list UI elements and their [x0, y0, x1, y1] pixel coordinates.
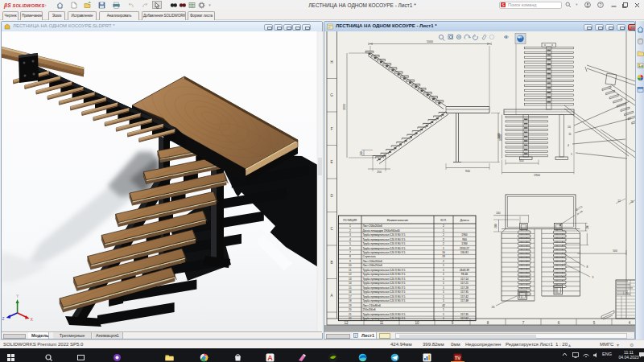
svg-text:17: 17	[349, 295, 352, 298]
svg-text:Труба прямоугольная 120 X 80 X: Труба прямоугольная 120 X 80 X 5	[363, 273, 406, 276]
svg-text:280: 280	[494, 224, 497, 228]
svg-text:12: 12	[349, 273, 352, 276]
svg-text:1: 1	[443, 247, 444, 250]
svg-text:Труба прямоугольная 120 X 80 X: Труба прямоугольная 120 X 80 X 5	[363, 233, 406, 237]
svg-text:Труба прямоугольная 120 X 80 X: Труба прямоугольная 120 X 80 X 5	[363, 282, 406, 285]
svg-text:КОЛ.: КОЛ.	[440, 219, 447, 222]
svg-text:10: 10	[415, 321, 419, 325]
svg-text:2: 2	[349, 229, 351, 232]
svg-text:ПОЗИЦИЯ: ПОЗИЦИЯ	[343, 219, 357, 222]
svg-text:500: 500	[613, 249, 617, 253]
svg-text:Лист 200х250х6: Лист 200х250х6	[363, 264, 382, 267]
svg-text:20: 20	[349, 308, 352, 311]
svg-text:1: 1	[443, 264, 444, 267]
svg-text:3000: 3000	[343, 104, 346, 110]
svg-text:98.46: 98.46	[461, 273, 468, 276]
svg-text:117.35: 117.35	[460, 313, 469, 316]
svg-text:Z: Z	[2, 316, 5, 321]
svg-text:2353.27: 2353.27	[460, 247, 469, 250]
svg-text:1334: 1334	[461, 242, 468, 245]
svg-text:G: G	[330, 93, 333, 97]
svg-text:130.81: 130.81	[460, 251, 469, 254]
svg-text:250х200х6: 250х200х6	[363, 308, 376, 311]
svg-text:650: 650	[519, 159, 524, 162]
svg-text:1: 1	[443, 317, 444, 320]
svg-text:6: 6	[349, 247, 351, 250]
svg-text:1900: 1900	[534, 174, 540, 177]
svg-text:1: 1	[443, 273, 444, 276]
svg-text:Труба прямоугольная 120 X 80 X: Труба прямоугольная 120 X 80 X 5	[363, 313, 406, 316]
svg-text:Труба прямоугольная 120 X 80 X: Труба прямоугольная 120 X 80 X 5	[363, 238, 406, 241]
svg-text:Труба прямоугольная 120 X 80 X: Труба прямоугольная 120 X 80 X 5	[363, 247, 406, 250]
svg-text:117.62: 117.62	[460, 317, 469, 320]
svg-text:Лист 200х200х6: Лист 200х200х6	[363, 224, 382, 228]
svg-text:9: 9	[349, 260, 351, 263]
svg-text:1: 1	[443, 313, 444, 316]
svg-text:1: 1	[443, 295, 444, 298]
svg-text:250: 250	[377, 171, 382, 174]
svg-text:Лист 210х80х6: Лист 210х80х6	[363, 304, 382, 307]
svg-text:11: 11	[380, 321, 384, 325]
svg-text:117.48: 117.48	[460, 299, 469, 302]
svg-text:10: 10	[442, 251, 445, 254]
svg-text:22: 22	[349, 317, 352, 320]
svg-text:117.14: 117.14	[460, 278, 469, 281]
svg-text:15: 15	[349, 286, 352, 290]
svg-text:Труба прямоугольная 120 X 80 X: Труба прямоугольная 120 X 80 X 5	[363, 251, 406, 254]
svg-text:Труба прямоугольная 120 X 80 X: Труба прямоугольная 120 X 80 X 5	[363, 269, 406, 272]
svg-text:940: 940	[462, 238, 467, 241]
svg-text:A: A	[267, 354, 273, 362]
svg-text:280: 280	[586, 225, 589, 229]
svg-text:E: E	[330, 160, 332, 164]
svg-text:Длина: Длина	[460, 219, 469, 222]
svg-text:Труба прямоугольная 120 X 80 X: Труба прямоугольная 120 X 80 X 5	[363, 299, 406, 302]
svg-text:B: B	[330, 261, 332, 265]
svg-text:Лист 200х200х6: Лист 200х200х6	[363, 260, 382, 263]
svg-text:19: 19	[349, 304, 352, 307]
svg-text:A: A	[330, 294, 332, 298]
svg-text:4: 4	[568, 144, 569, 147]
svg-text:1: 1	[349, 224, 351, 228]
svg-text:19: 19	[442, 255, 445, 258]
svg-text:11: 11	[568, 133, 572, 136]
svg-text:9: 9	[592, 276, 594, 279]
svg-text:11: 11	[349, 269, 352, 272]
svg-text:1: 1	[443, 269, 444, 272]
svg-text:Труба прямоугольная 120 X 80 X: Труба прямоугольная 120 X 80 X 5	[363, 242, 406, 245]
svg-text:Труба прямоугольная 120 X 80 X: Труба прямоугольная 120 X 80 X 5	[363, 290, 406, 294]
svg-text:26: 26	[492, 306, 495, 309]
svg-text:5000: 5000	[427, 40, 433, 43]
svg-text:18: 18	[349, 299, 352, 302]
svg-text:26: 26	[630, 200, 634, 204]
svg-text:Ступенька: Ступенька	[363, 255, 376, 258]
svg-text:Наименование: Наименование	[387, 219, 408, 222]
svg-text:8: 8	[349, 255, 351, 258]
svg-text:2: 2	[443, 242, 444, 245]
svg-text:12: 12	[344, 321, 349, 325]
svg-text:H: H	[330, 60, 332, 64]
svg-text:Труба прямоугольная 120 X 80 X: Труба прямоугольная 120 X 80 X 5	[363, 317, 406, 320]
svg-text:10: 10	[349, 264, 352, 267]
svg-text:117.42: 117.42	[460, 295, 469, 298]
svg-text:1: 1	[443, 299, 444, 302]
svg-text:Труба прямоугольная 120 X 80 X: Труба прямоугольная 120 X 80 X 5	[363, 286, 406, 290]
svg-text:940: 940	[465, 170, 470, 173]
svg-text:240: 240	[496, 212, 501, 215]
svg-text:13: 13	[349, 278, 352, 281]
svg-text:14: 14	[349, 282, 352, 285]
svg-text:8: 8	[587, 265, 588, 269]
svg-text:Доска площадки 1900х940х40: Доска площадки 1900х940х40	[363, 229, 400, 232]
svg-text:1: 1	[571, 153, 572, 156]
svg-text:117.28: 117.28	[460, 286, 469, 290]
svg-text:21: 21	[349, 313, 352, 316]
svg-text:?: ?	[600, 2, 602, 7]
svg-text:2: 2	[443, 238, 444, 241]
svg-text:150: 150	[360, 151, 363, 156]
svg-text:4: 4	[349, 238, 351, 241]
svg-text:1: 1	[443, 229, 444, 232]
svg-text:2643.39: 2643.39	[460, 269, 469, 272]
svg-text:1: 1	[443, 290, 444, 294]
svg-text:1: 1	[443, 286, 444, 290]
svg-text:1: 1	[443, 278, 444, 281]
svg-text:2: 2	[443, 233, 444, 237]
